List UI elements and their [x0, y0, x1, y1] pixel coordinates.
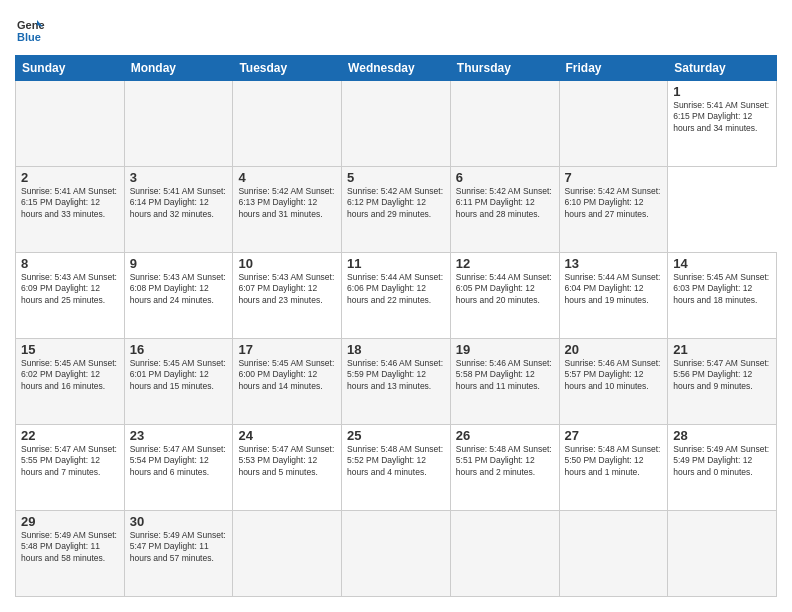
day-info: Sunrise: 5:45 AM Sunset: 6:03 PM Dayligh… — [673, 272, 771, 306]
day-number: 5 — [347, 170, 445, 185]
day-info: Sunrise: 5:41 AM Sunset: 6:15 PM Dayligh… — [673, 100, 771, 134]
cell-5-0: 29Sunrise: 5:49 AM Sunset: 5:48 PM Dayli… — [16, 511, 125, 597]
day-info: Sunrise: 5:42 AM Sunset: 6:12 PM Dayligh… — [347, 186, 445, 220]
day-info: Sunrise: 5:46 AM Sunset: 5:58 PM Dayligh… — [456, 358, 554, 392]
cell-2-0: 8Sunrise: 5:43 AM Sunset: 6:09 PM Daylig… — [16, 253, 125, 339]
cell-1-0: 2Sunrise: 5:41 AM Sunset: 6:15 PM Daylig… — [16, 167, 125, 253]
cell-5-3 — [342, 511, 451, 597]
cell-5-5 — [559, 511, 668, 597]
cell-4-0: 22Sunrise: 5:47 AM Sunset: 5:55 PM Dayli… — [16, 425, 125, 511]
day-info: Sunrise: 5:47 AM Sunset: 5:56 PM Dayligh… — [673, 358, 771, 392]
col-header-thursday: Thursday — [450, 56, 559, 81]
day-number: 16 — [130, 342, 228, 357]
day-number: 20 — [565, 342, 663, 357]
svg-text:Blue: Blue — [17, 31, 41, 43]
cell-1-1: 3Sunrise: 5:41 AM Sunset: 6:14 PM Daylig… — [124, 167, 233, 253]
day-info: Sunrise: 5:45 AM Sunset: 6:01 PM Dayligh… — [130, 358, 228, 392]
day-number: 3 — [130, 170, 228, 185]
day-info: Sunrise: 5:49 AM Sunset: 5:48 PM Dayligh… — [21, 530, 119, 564]
col-header-monday: Monday — [124, 56, 233, 81]
cell-2-1: 9Sunrise: 5:43 AM Sunset: 6:08 PM Daylig… — [124, 253, 233, 339]
day-number: 8 — [21, 256, 119, 271]
day-number: 4 — [238, 170, 336, 185]
day-number: 2 — [21, 170, 119, 185]
week-row-2: 8Sunrise: 5:43 AM Sunset: 6:09 PM Daylig… — [16, 253, 777, 339]
cell-5-4 — [450, 511, 559, 597]
day-info: Sunrise: 5:43 AM Sunset: 6:09 PM Dayligh… — [21, 272, 119, 306]
cell-3-0: 15Sunrise: 5:45 AM Sunset: 6:02 PM Dayli… — [16, 339, 125, 425]
cell-4-1: 23Sunrise: 5:47 AM Sunset: 5:54 PM Dayli… — [124, 425, 233, 511]
day-number: 10 — [238, 256, 336, 271]
page: General Blue SundayMondayTuesdayWednesda… — [0, 0, 792, 612]
col-header-tuesday: Tuesday — [233, 56, 342, 81]
week-row-0: 1Sunrise: 5:41 AM Sunset: 6:15 PM Daylig… — [16, 81, 777, 167]
day-info: Sunrise: 5:46 AM Sunset: 5:59 PM Dayligh… — [347, 358, 445, 392]
day-number: 23 — [130, 428, 228, 443]
day-number: 1 — [673, 84, 771, 99]
cell-0-6: 1Sunrise: 5:41 AM Sunset: 6:15 PM Daylig… — [668, 81, 777, 167]
day-number: 21 — [673, 342, 771, 357]
cell-5-6 — [668, 511, 777, 597]
day-info: Sunrise: 5:42 AM Sunset: 6:13 PM Dayligh… — [238, 186, 336, 220]
day-number: 28 — [673, 428, 771, 443]
cell-0-1 — [124, 81, 233, 167]
calendar-header-row: SundayMondayTuesdayWednesdayThursdayFrid… — [16, 56, 777, 81]
header: General Blue — [15, 15, 777, 45]
day-info: Sunrise: 5:45 AM Sunset: 6:00 PM Dayligh… — [238, 358, 336, 392]
day-info: Sunrise: 5:44 AM Sunset: 6:04 PM Dayligh… — [565, 272, 663, 306]
day-info: Sunrise: 5:42 AM Sunset: 6:11 PM Dayligh… — [456, 186, 554, 220]
day-number: 7 — [565, 170, 663, 185]
cell-3-2: 17Sunrise: 5:45 AM Sunset: 6:00 PM Dayli… — [233, 339, 342, 425]
day-number: 18 — [347, 342, 445, 357]
cell-1-3: 5Sunrise: 5:42 AM Sunset: 6:12 PM Daylig… — [342, 167, 451, 253]
cell-1-5: 7Sunrise: 5:42 AM Sunset: 6:10 PM Daylig… — [559, 167, 668, 253]
day-info: Sunrise: 5:42 AM Sunset: 6:10 PM Dayligh… — [565, 186, 663, 220]
cell-4-2: 24Sunrise: 5:47 AM Sunset: 5:53 PM Dayli… — [233, 425, 342, 511]
week-row-3: 15Sunrise: 5:45 AM Sunset: 6:02 PM Dayli… — [16, 339, 777, 425]
day-info: Sunrise: 5:49 AM Sunset: 5:49 PM Dayligh… — [673, 444, 771, 478]
day-number: 17 — [238, 342, 336, 357]
day-number: 27 — [565, 428, 663, 443]
cell-4-6: 28Sunrise: 5:49 AM Sunset: 5:49 PM Dayli… — [668, 425, 777, 511]
cell-0-3 — [342, 81, 451, 167]
day-info: Sunrise: 5:41 AM Sunset: 6:15 PM Dayligh… — [21, 186, 119, 220]
cell-3-3: 18Sunrise: 5:46 AM Sunset: 5:59 PM Dayli… — [342, 339, 451, 425]
day-number: 25 — [347, 428, 445, 443]
day-number: 29 — [21, 514, 119, 529]
cell-3-6: 21Sunrise: 5:47 AM Sunset: 5:56 PM Dayli… — [668, 339, 777, 425]
cell-2-3: 11Sunrise: 5:44 AM Sunset: 6:06 PM Dayli… — [342, 253, 451, 339]
day-info: Sunrise: 5:44 AM Sunset: 6:05 PM Dayligh… — [456, 272, 554, 306]
col-header-saturday: Saturday — [668, 56, 777, 81]
cell-2-4: 12Sunrise: 5:44 AM Sunset: 6:05 PM Dayli… — [450, 253, 559, 339]
col-header-sunday: Sunday — [16, 56, 125, 81]
week-row-4: 22Sunrise: 5:47 AM Sunset: 5:55 PM Dayli… — [16, 425, 777, 511]
week-row-5: 29Sunrise: 5:49 AM Sunset: 5:48 PM Dayli… — [16, 511, 777, 597]
cell-0-4 — [450, 81, 559, 167]
logo: General Blue — [15, 15, 49, 45]
day-number: 13 — [565, 256, 663, 271]
col-header-wednesday: Wednesday — [342, 56, 451, 81]
day-info: Sunrise: 5:47 AM Sunset: 5:54 PM Dayligh… — [130, 444, 228, 478]
cell-0-0 — [16, 81, 125, 167]
day-info: Sunrise: 5:48 AM Sunset: 5:52 PM Dayligh… — [347, 444, 445, 478]
day-info: Sunrise: 5:46 AM Sunset: 5:57 PM Dayligh… — [565, 358, 663, 392]
day-number: 30 — [130, 514, 228, 529]
day-info: Sunrise: 5:44 AM Sunset: 6:06 PM Dayligh… — [347, 272, 445, 306]
day-number: 19 — [456, 342, 554, 357]
day-info: Sunrise: 5:45 AM Sunset: 6:02 PM Dayligh… — [21, 358, 119, 392]
cell-2-2: 10Sunrise: 5:43 AM Sunset: 6:07 PM Dayli… — [233, 253, 342, 339]
cell-3-4: 19Sunrise: 5:46 AM Sunset: 5:58 PM Dayli… — [450, 339, 559, 425]
day-number: 6 — [456, 170, 554, 185]
day-number: 24 — [238, 428, 336, 443]
cell-0-2 — [233, 81, 342, 167]
day-number: 12 — [456, 256, 554, 271]
cell-3-5: 20Sunrise: 5:46 AM Sunset: 5:57 PM Dayli… — [559, 339, 668, 425]
logo-icon: General Blue — [15, 15, 45, 45]
day-info: Sunrise: 5:43 AM Sunset: 6:07 PM Dayligh… — [238, 272, 336, 306]
cell-3-1: 16Sunrise: 5:45 AM Sunset: 6:01 PM Dayli… — [124, 339, 233, 425]
cell-5-2 — [233, 511, 342, 597]
col-header-friday: Friday — [559, 56, 668, 81]
day-number: 26 — [456, 428, 554, 443]
day-info: Sunrise: 5:48 AM Sunset: 5:50 PM Dayligh… — [565, 444, 663, 478]
day-info: Sunrise: 5:43 AM Sunset: 6:08 PM Dayligh… — [130, 272, 228, 306]
